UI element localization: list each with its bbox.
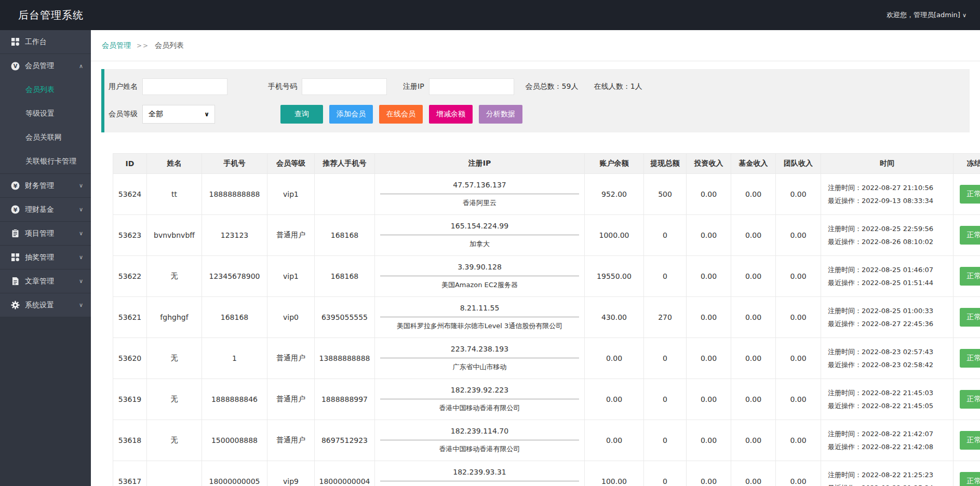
- register-time-line: 注册时间：2022-08-22 21:45:03: [828, 386, 953, 399]
- sidebar-item-level-settings[interactable]: 等级设置: [0, 102, 91, 126]
- cell-register-ip: 182.239.93.31 香港中国移动香港有限公司: [375, 461, 585, 486]
- sidebar-item-member-network[interactable]: 会员关联网: [0, 126, 91, 150]
- online-members-button[interactable]: 在线会员: [379, 105, 423, 124]
- sidebar-item-article[interactable]: 文章管理 ∨: [0, 269, 91, 293]
- member-level-selected-value: 全部: [149, 110, 163, 119]
- cell-phone: 168168: [202, 297, 267, 338]
- cell-phone: 1: [202, 338, 267, 379]
- username-input[interactable]: [142, 78, 227, 95]
- cell-balance: 430.00: [585, 297, 644, 338]
- last-operation-line: 最近操作：2022-08-27 22:45:36: [828, 317, 953, 330]
- cell-balance: 1000.00: [585, 215, 644, 256]
- chevron-down-icon: ∨: [204, 111, 209, 118]
- breadcrumb-parent-link[interactable]: 会员管理: [102, 41, 131, 50]
- status-normal-badge[interactable]: 正常: [960, 431, 980, 450]
- analyze-data-button[interactable]: 分析数据: [479, 105, 522, 124]
- cell-withdraw: 500: [644, 174, 687, 215]
- last-operation-line: 最近操作：2022-08-26 08:10:02: [828, 235, 953, 248]
- phone-input[interactable]: [302, 78, 387, 95]
- filter-row-inputs: 用户姓名 手机号码 注册IP 会员总数：59人 在线人数：1人: [109, 78, 970, 95]
- cell-name: 无: [147, 379, 202, 420]
- ip-location: 香港阿里云: [375, 194, 584, 208]
- ip-address: 3.39.90.128: [380, 263, 579, 276]
- add-member-button[interactable]: 添加会员: [329, 105, 373, 124]
- sidebar-item-project[interactable]: 项目管理 ∨: [0, 222, 91, 246]
- register-ip-input[interactable]: [429, 78, 514, 95]
- sidebar-item-system-settings[interactable]: 系统设置 ∨: [0, 293, 91, 317]
- ip-location: 美国Amazon EC2服务器: [375, 276, 584, 290]
- cell-name: fghghgf: [147, 297, 202, 338]
- cell-phone: 1500008888: [202, 420, 267, 461]
- register-time-line: 注册时间：2022-08-22 21:25:23: [828, 468, 953, 481]
- ip-address: 182.239.92.223: [380, 386, 579, 399]
- cell-freeze-status: 正常: [954, 338, 980, 379]
- member-table-wrap: ID 姓名 手机号 会员等级 推荐人手机号 注册IP 账户余额 提现总额 投资收…: [113, 153, 980, 486]
- status-normal-badge[interactable]: 正常: [960, 349, 980, 368]
- cell-withdraw: 0: [644, 420, 687, 461]
- cell-name: 无: [147, 256, 202, 297]
- status-normal-badge[interactable]: 正常: [960, 390, 980, 409]
- welcome-text: 欢迎您，管理员[admin]: [887, 10, 960, 20]
- ip-address: 182.239.114.70: [380, 427, 579, 440]
- cell-id: 53624: [113, 174, 147, 215]
- sidebar-item-workbench[interactable]: 工作台: [0, 30, 91, 54]
- cell-withdraw: 0: [644, 215, 687, 256]
- sidebar-item-bank-card[interactable]: 关联银行卡管理: [0, 150, 91, 173]
- chevron-up-icon: ∧: [79, 63, 83, 70]
- last-operation-line: 最近操作：2022-08-22 21:42:08: [828, 440, 953, 453]
- cell-register-ip: 165.154.224.99 加拿大: [375, 215, 585, 256]
- column-header-team-income: 团队收入: [776, 154, 821, 174]
- sidebar-item-finance[interactable]: ¥ 财务管理 ∨: [0, 174, 91, 198]
- register-ip-label: 注册IP: [403, 82, 424, 91]
- svg-text:¥: ¥: [14, 207, 18, 213]
- status-normal-badge[interactable]: 正常: [960, 185, 980, 204]
- sidebar-item-member-management[interactable]: V 会员管理 ∧: [0, 54, 91, 78]
- cell-time: 注册时间：2022-08-25 22:59:56 最近操作：2022-08-26…: [821, 215, 954, 256]
- cell-freeze-status: 正常: [954, 215, 980, 256]
- ip-address: 47.57.136.137: [380, 181, 579, 194]
- cell-fund-income: 0.00: [731, 338, 776, 379]
- cell-register-ip: 182.239.92.223 香港中国移动香港有限公司: [375, 379, 585, 420]
- sidebar-item-fund[interactable]: ¥ 理财基金 ∨: [0, 198, 91, 222]
- status-normal-badge[interactable]: 正常: [960, 267, 980, 286]
- ip-location: 香港中国移动香港有限公司: [375, 399, 584, 413]
- filter-row-actions: 会员等级 全部 ∨ 查询 添加会员 在线会员 增减余额 分析数据: [109, 105, 970, 124]
- svg-text:V: V: [14, 63, 18, 69]
- table-row: 53624 tt 18888888888 vip1 47.57.136.137 …: [113, 174, 980, 215]
- cell-referrer: 6395055555: [315, 297, 375, 338]
- cell-withdraw: 0: [644, 379, 687, 420]
- cell-withdraw: 0: [644, 461, 687, 486]
- last-operation-line: 最近操作：2022-08-23 02:58:42: [828, 358, 953, 371]
- cell-balance: 0.00: [585, 379, 644, 420]
- member-level-select[interactable]: 全部 ∨: [142, 105, 215, 124]
- column-header-balance: 账户余额: [585, 154, 644, 174]
- cell-balance: 100.00: [585, 461, 644, 486]
- cell-referrer: 168168: [315, 256, 375, 297]
- app-title: 后台管理系统: [0, 8, 84, 22]
- column-header-withdraw: 提现总额: [644, 154, 687, 174]
- cell-id: 53619: [113, 379, 147, 420]
- status-normal-badge[interactable]: 正常: [960, 472, 980, 486]
- member-table: ID 姓名 手机号 会员等级 推荐人手机号 注册IP 账户余额 提现总额 投资收…: [113, 153, 980, 486]
- ip-address: 8.21.11.55: [380, 304, 579, 317]
- adjust-balance-button[interactable]: 增减余额: [429, 105, 473, 124]
- cell-invest-income: 0.00: [687, 338, 731, 379]
- cell-balance: 19550.00: [585, 256, 644, 297]
- cell-fund-income: 0.00: [731, 461, 776, 486]
- breadcrumb: 会员管理 >> 会员列表: [91, 30, 980, 61]
- column-header-time: 时间: [821, 154, 954, 174]
- cell-team-income: 0.00: [776, 461, 821, 486]
- table-row: 53620 无 1 普通用户 13888888888 223.74.238.19…: [113, 338, 980, 379]
- sidebar-group-member: V 会员管理 ∧ 会员列表 等级设置 会员关联网 关联银行卡管理: [0, 54, 91, 174]
- sidebar-item-lottery[interactable]: 抽奖管理 ∨: [0, 246, 91, 269]
- cell-level: vip1: [267, 256, 315, 297]
- column-header-freeze: 冻结: [954, 154, 980, 174]
- sidebar-item-member-list[interactable]: 会员列表: [0, 78, 91, 102]
- query-button[interactable]: 查询: [280, 105, 323, 124]
- status-normal-badge[interactable]: 正常: [960, 308, 980, 327]
- cell-level: 普通用户: [267, 379, 315, 420]
- chevron-down-icon: ∨: [79, 230, 83, 237]
- status-normal-badge[interactable]: 正常: [960, 226, 980, 245]
- admin-account-menu[interactable]: 欢迎您，管理员[admin] ∨: [887, 10, 980, 20]
- cell-id: 53621: [113, 297, 147, 338]
